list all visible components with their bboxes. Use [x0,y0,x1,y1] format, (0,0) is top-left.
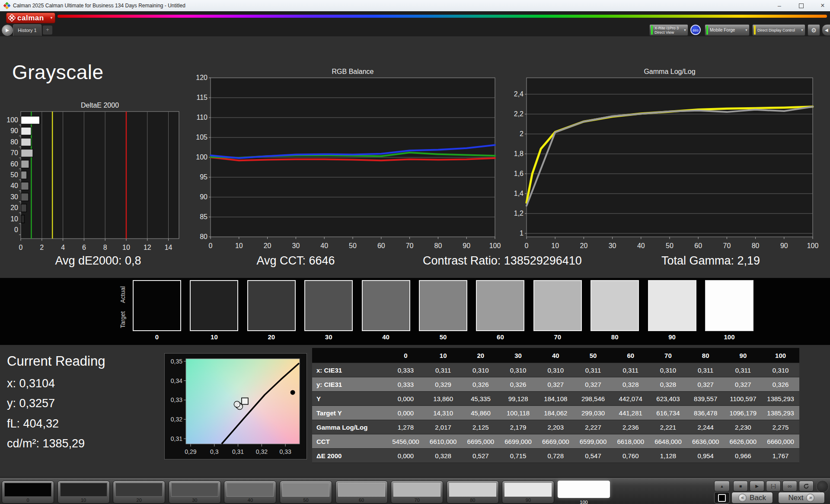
level-swatch [449,483,496,497]
svg-text:0: 0 [525,242,529,249]
svg-text:10: 10 [122,244,130,251]
svg-text:30: 30 [609,242,616,249]
svg-text:40: 40 [320,242,328,249]
grayscale-patch-50 [419,280,467,331]
menu-band: calman ▼ ▶ History 1 + X-Rite i1Pro 3Dir… [0,11,830,36]
svg-text:110: 110 [196,114,208,121]
svg-text:100: 100 [6,116,18,124]
level-button-90[interactable]: 90 [502,481,554,504]
expand-toolbar-button[interactable]: ▲ [714,481,730,491]
bottom-toolbar: 0102030405060708090100 ▲ ■ ▶ [–] ∞ « Bac… [0,477,830,504]
level-swatch [338,483,385,497]
range-button[interactable]: [–] [766,481,781,491]
level-button-label: 60 [336,498,387,503]
source-status-indicator [706,26,708,35]
level-button-80[interactable]: 80 [447,481,499,504]
svg-text:115: 115 [196,94,208,101]
level-button-30[interactable]: 30 [169,481,221,504]
svg-text:90: 90 [200,193,208,201]
calman-logo-text: calman [17,14,44,22]
refresh-button[interactable] [799,481,814,491]
back-button[interactable]: « Back [731,492,773,504]
svg-text:120: 120 [196,74,208,81]
column-header: 100 [762,348,799,363]
minimize-button[interactable]: – [772,0,787,11]
settings-button[interactable]: ⚙ [808,24,820,36]
svg-text:80: 80 [200,233,208,240]
svg-text:0: 0 [14,226,18,233]
level-button-label: 20 [113,498,165,503]
svg-text:8: 8 [103,244,107,251]
svg-text:0,29: 0,29 [185,448,196,455]
add-tab-button[interactable]: + [43,26,52,35]
column-header: 60 [612,348,649,363]
level-button-70[interactable]: 70 [391,481,443,504]
table-row: ΔE 20000,0000,3280,5270,7150,7280,5470,7… [312,449,799,463]
level-button-0[interactable]: 0 [2,481,54,504]
contrast-ratio-stat: Contrast Ratio: 138529296410 [423,254,582,268]
svg-text:70: 70 [406,242,414,249]
total-gamma-stat: Total Gamma: 2,19 [661,254,760,268]
tab-history-1[interactable]: History 1 [13,24,42,36]
calman-menu-button[interactable]: calman ▼ [6,13,55,23]
svg-text:50: 50 [10,171,18,179]
patch-label: 70 [533,333,582,341]
app-icon [3,2,10,9]
svg-text:2: 2 [40,244,44,251]
grayscale-patch-40 [362,280,410,331]
grayscale-patch-90 [648,280,696,331]
level-button-60[interactable]: 60 [335,481,388,504]
spectrum-bar [57,15,827,18]
svg-text:70: 70 [723,242,731,249]
reading-fl: fL: 404,32 [7,417,59,431]
layout-nav-button[interactable]: ▶ [2,25,13,36]
svg-text:14: 14 [165,244,172,251]
svg-text:40: 40 [10,182,18,189]
svg-text:10: 10 [551,242,559,249]
display-control-button[interactable]: Direct Display Control ▼ [752,24,805,36]
patch-label: 30 [304,333,353,341]
close-button[interactable]: × [815,0,830,11]
meter-status-indicator [651,26,653,35]
svg-text:70: 70 [10,149,18,156]
level-button-50[interactable]: 50 [280,481,332,504]
level-button-10[interactable]: 10 [57,481,110,504]
svg-text:4: 4 [61,244,65,251]
svg-text:95: 95 [200,173,208,181]
column-header: 10 [425,348,462,363]
page-title: Grayscale [12,61,104,84]
level-button-40[interactable]: 40 [224,481,276,504]
svg-text:90: 90 [780,242,788,249]
gear-icon: ⚙ [811,27,817,34]
next-button[interactable]: Next » [778,492,825,504]
level-swatch [504,483,552,497]
grayscale-patch-80 [591,280,639,331]
patch-label: 0 [133,333,181,341]
svg-text:1,2: 1,2 [514,210,524,217]
actual-row-label: Actual [119,282,128,308]
level-button-20[interactable]: 20 [113,481,165,504]
patch-label: 60 [476,333,524,341]
meter-select-button[interactable]: X-Rite i1Pro 3Direct View ▼ [649,24,688,36]
pattern-window-button[interactable] [714,492,730,504]
reading-cdm2: cd/m²: 1385,29 [7,437,85,450]
svg-text:10: 10 [10,215,18,223]
chevron-down-icon: ▼ [50,16,53,20]
table-row: CCT5456,0006610,0006695,0006699,0006669,… [312,434,799,449]
next-arrow-icon: » [806,494,814,502]
avg-de2000-stat: Avg dE2000: 0,8 [55,254,141,268]
continuous-button[interactable]: ∞ [782,481,797,491]
source-select-button[interactable]: Mobile Forge ▼ [705,24,750,36]
stop-button[interactable]: ■ [733,481,748,491]
level-button-100[interactable]: 100 [558,481,610,504]
patch-label: 20 [247,333,296,341]
level-button-label: 30 [169,498,220,503]
svg-text:2: 2 [520,130,524,137]
maximize-button[interactable] [794,0,808,11]
svg-text:20: 20 [10,204,18,211]
play-button[interactable]: ▶ [750,481,764,491]
titlebar: Calman 2025 Calman Ultimate for Business… [0,0,830,12]
svg-text:105: 105 [196,134,208,141]
level-swatch [171,483,218,497]
collapse-panel-button[interactable]: ◀ [822,24,830,36]
